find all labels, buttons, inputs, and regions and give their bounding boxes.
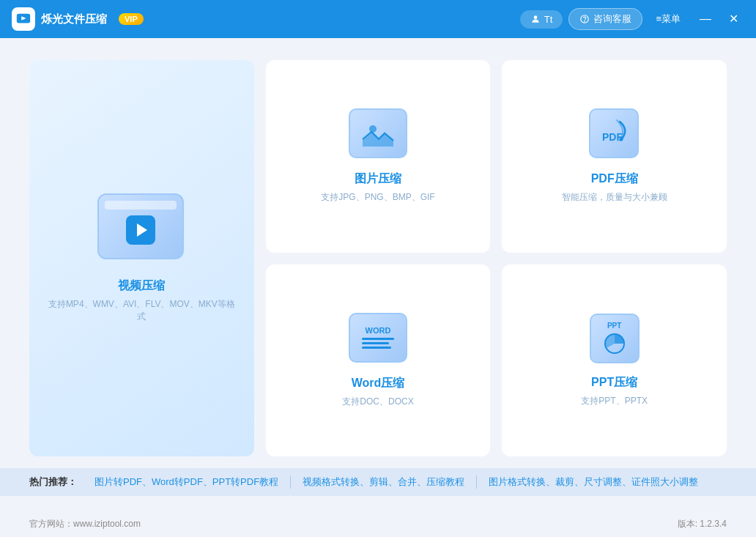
hot-link-2[interactable]: 图片格式转换、裁剪、尺寸调整、证件照大小调整 bbox=[477, 475, 710, 489]
image-icon bbox=[349, 108, 407, 160]
minimize-button[interactable]: — bbox=[694, 10, 717, 28]
main-content: 视频压缩 支持MP4、WMV、AVI、FLV、MOV、MKV等格式 图片压缩 支… bbox=[0, 38, 756, 511]
word-lines bbox=[362, 338, 394, 349]
video-title: 视频压缩 bbox=[118, 278, 165, 294]
footer: 官方网站：www.iziptool.com 版本: 1.2.3.4 bbox=[0, 511, 756, 537]
support-button[interactable]: 咨询客服 bbox=[568, 8, 642, 30]
cards-grid: 视频压缩 支持MP4、WMV、AVI、FLV、MOV、MKV等格式 图片压缩 支… bbox=[29, 60, 727, 456]
app-logo: 烁光文件压缩 VIP bbox=[12, 7, 144, 31]
ppt-card[interactable]: PPT PPT压缩 支持PPT、PPTX bbox=[502, 264, 727, 457]
hot-bar: 热门推荐： 图片转PDF、Word转PDF、PPT转PDF教程 视频格式转换、剪… bbox=[0, 468, 756, 496]
video-card[interactable]: 视频压缩 支持MP4、WMV、AVI、FLV、MOV、MKV等格式 bbox=[29, 60, 254, 456]
video-icon bbox=[97, 193, 185, 267]
footer-version: 版本: 1.2.3.4 bbox=[678, 518, 727, 530]
ppt-icon: PPT bbox=[590, 314, 640, 363]
image-subtitle: 支持JPG、PNG、BMP、GIF bbox=[321, 191, 434, 204]
word-title: Word压缩 bbox=[352, 376, 405, 391]
svg-point-4 bbox=[585, 21, 585, 22]
hot-label: 热门推荐： bbox=[29, 475, 77, 489]
hot-link-1[interactable]: 视频格式转换、剪辑、合并、压缩教程 bbox=[291, 475, 477, 489]
video-subtitle: 支持MP4、WMV、AVI、FLV、MOV、MKV等格式 bbox=[44, 298, 240, 323]
pdf-icon: PDF bbox=[589, 108, 640, 160]
word-icon: WORD bbox=[349, 313, 407, 364]
svg-point-9 bbox=[619, 138, 623, 141]
vip-badge: VIP bbox=[119, 13, 144, 25]
pdf-card[interactable]: PDF PDF压缩 智能压缩，质量与大小兼顾 bbox=[502, 60, 727, 253]
word-card[interactable]: WORD Word压缩 支持DOC、DOCX bbox=[266, 264, 491, 457]
image-card[interactable]: 图片压缩 支持JPG、PNG、BMP、GIF bbox=[266, 60, 491, 253]
footer-website: 官方网站：www.iziptool.com bbox=[29, 518, 141, 530]
titlebar: 烁光文件压缩 VIP Tt 咨询客服 ≡菜单 — ✕ bbox=[0, 0, 756, 38]
pdf-subtitle: 智能压缩，质量与大小兼顾 bbox=[562, 191, 667, 204]
ppt-subtitle: 支持PPT、PPTX bbox=[581, 395, 648, 407]
logo-icon bbox=[12, 7, 35, 31]
hot-link-0[interactable]: 图片转PDF、Word转PDF、PPT转PDF教程 bbox=[83, 475, 291, 489]
pdf-title: PDF压缩 bbox=[591, 171, 638, 187]
user-button[interactable]: Tt bbox=[520, 10, 563, 29]
word-subtitle: 支持DOC、DOCX bbox=[342, 396, 413, 408]
word-icon-label: WORD bbox=[366, 326, 391, 335]
image-title: 图片压缩 bbox=[355, 171, 401, 187]
app-name: 烁光文件压缩 bbox=[41, 12, 107, 26]
ppt-title: PPT压缩 bbox=[591, 375, 637, 390]
menu-button[interactable]: ≡菜单 bbox=[648, 9, 688, 29]
svg-point-2 bbox=[534, 15, 538, 19]
ppt-icon-label: PPT bbox=[607, 322, 621, 330]
play-icon bbox=[126, 215, 155, 245]
titlebar-actions: Tt 咨询客服 ≡菜单 — ✕ bbox=[520, 8, 744, 30]
close-button[interactable]: ✕ bbox=[723, 10, 744, 28]
